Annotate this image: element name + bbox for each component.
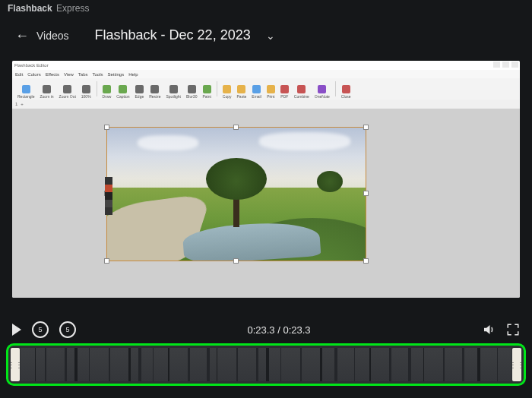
timeline-stripe — [74, 348, 78, 381]
timeline-stripe — [89, 348, 90, 381]
selection-handle — [233, 125, 239, 130]
toolbar-button: Caption — [114, 79, 131, 99]
toolbar-icon — [22, 85, 30, 93]
toolbar-icon — [203, 85, 211, 93]
toolbar-icon — [342, 85, 350, 93]
fullscreen-button[interactable] — [506, 323, 520, 336]
toolbar-label: PDF — [280, 94, 288, 99]
toolbar-label: Edge — [135, 94, 144, 99]
timeline-stripe — [256, 348, 258, 381]
player-controls: 5 5 0:23.3 / 0:23.3 — [12, 319, 520, 340]
timeline-stripe — [389, 348, 391, 381]
toolbar-label: Paint — [202, 94, 211, 99]
toolbar-separator — [97, 81, 97, 96]
timeline-stripe — [153, 348, 154, 381]
trim-handle-start[interactable]: ⋮⋮ — [11, 348, 20, 381]
timeline-body[interactable] — [21, 348, 511, 381]
video-preview[interactable]: Flashback Editor EditColorsEffectsViewTa… — [12, 61, 520, 298]
toolbar-label: Close — [341, 94, 351, 99]
forward-5-button[interactable]: 5 — [59, 321, 76, 338]
toolbar-icon — [252, 85, 261, 93]
panel-dot — [105, 177, 112, 185]
back-arrow-icon[interactable]: ← — [15, 29, 29, 43]
toolbar-label: Caption — [116, 94, 129, 99]
selected-image — [106, 127, 366, 261]
video-title[interactable]: Flashback - Dec 22, 2023 — [95, 27, 251, 43]
toolbar-label: OneNote — [315, 94, 330, 99]
timeline-stripe — [280, 348, 281, 381]
menu-item: Colors — [27, 72, 40, 77]
toolbar-button: Zoom in — [38, 79, 56, 99]
toolbar-separator — [335, 81, 336, 96]
panel-dot — [105, 192, 112, 200]
timeline-stripe — [497, 348, 498, 381]
timeline-stripe — [408, 348, 411, 381]
toolbar-label: Combine — [294, 94, 309, 99]
toolbar-button: Email — [249, 79, 264, 99]
play-button[interactable] — [12, 324, 21, 336]
timeline-stripe — [477, 348, 480, 381]
timeline-stripe — [334, 348, 337, 381]
toolbar-separator — [217, 81, 217, 96]
back-label[interactable]: Videos — [36, 30, 69, 42]
timeline-stripe — [443, 348, 445, 381]
app-brand: Flashback Express — [8, 3, 89, 14]
timeline-stripe — [217, 348, 217, 381]
toolbar-button: Close — [339, 79, 353, 99]
grip-icon: ⋮⋮ — [509, 361, 524, 369]
timeline-stripe — [128, 348, 131, 381]
cloud — [259, 132, 350, 150]
cloud — [138, 135, 198, 150]
window-buttons — [493, 62, 518, 68]
toolbar-button: PDF — [278, 79, 291, 99]
maximize-icon — [502, 62, 509, 68]
toolbar-icon — [103, 85, 111, 93]
toolbar-label: 100% — [81, 94, 91, 99]
toolbar-label: Rectangle — [17, 94, 35, 99]
panel-dot — [105, 200, 112, 207]
tab-plus: + — [21, 102, 24, 106]
timeline-stripe — [354, 348, 355, 381]
toolbar-button: Blur30 — [184, 79, 199, 99]
toolbar-button: Copy — [220, 79, 234, 99]
close-icon — [511, 62, 518, 68]
toolbar-button: Paint — [200, 79, 213, 99]
chevron-down-icon[interactable]: ⌄ — [266, 30, 275, 42]
volume-button[interactable] — [482, 323, 496, 336]
brand-variant: Express — [56, 3, 89, 14]
timeline-stripe — [45, 348, 46, 381]
timeline-stripe — [109, 348, 110, 381]
editor-canvas — [12, 109, 520, 298]
toolbar-icon — [150, 85, 159, 93]
selection-handle — [233, 258, 239, 264]
menu-bar: EditColorsEffectsViewTabsToolsSettingsHe… — [12, 70, 520, 78]
timeline-stripe — [266, 348, 269, 381]
trim-handle-end[interactable]: ⋮⋮ — [512, 348, 521, 381]
ground — [107, 188, 366, 261]
selection-handle — [363, 125, 369, 130]
toolbar-icon — [318, 85, 326, 93]
rewind-5-button[interactable]: 5 — [32, 321, 49, 338]
timeline-stripe — [168, 348, 169, 381]
timeline-stripe — [423, 348, 424, 381]
selection-handle — [104, 258, 109, 264]
toolbar-icon — [237, 85, 245, 93]
menu-item: Settings — [108, 72, 125, 77]
toolbar-icon — [82, 85, 90, 93]
toolbar-icon — [63, 85, 71, 93]
toolbar-button: Paste — [235, 79, 249, 99]
timeline-stripe — [188, 348, 190, 381]
minimize-icon — [493, 62, 500, 68]
timeline-stripe — [236, 348, 238, 381]
timeline-stripe — [65, 348, 67, 381]
trim-timeline[interactable]: ⋮⋮ ⋮⋮ — [6, 343, 526, 386]
selection-handle — [104, 125, 109, 130]
toolbar-label: Zoom in — [40, 94, 54, 99]
tab-1: 1 — [15, 102, 17, 106]
toolbar-label: Blur30 — [186, 94, 197, 99]
total-time: 0:23.3 — [283, 324, 310, 336]
toolbar-icon — [135, 85, 144, 93]
toolbar-button: Combine — [292, 79, 312, 99]
toolbar-label: Resize — [149, 94, 160, 99]
toolbar-button: Zoom Out — [57, 79, 78, 99]
